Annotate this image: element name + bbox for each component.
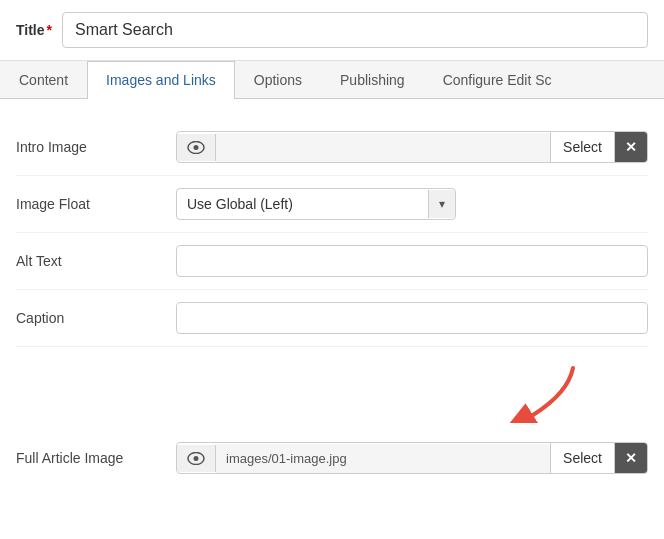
intro-image-field: Select ✕ xyxy=(176,131,648,163)
image-float-row: Image Float Use Global (Left) None Left … xyxy=(16,176,648,233)
alt-text-input[interactable] xyxy=(176,245,648,277)
arrow-section xyxy=(16,347,648,430)
image-float-select-wrapper: Use Global (Left) None Left Right Center… xyxy=(176,188,456,220)
svg-point-1 xyxy=(194,145,199,150)
alt-text-row: Alt Text xyxy=(16,233,648,290)
image-float-select[interactable]: Use Global (Left) None Left Right Center xyxy=(177,189,428,219)
title-field-label: Title* xyxy=(16,22,52,38)
caption-label: Caption xyxy=(16,310,176,326)
tab-configure[interactable]: Configure Edit Sc xyxy=(424,61,571,98)
form-body: Intro Image Select ✕ Image Float Use Glo xyxy=(0,99,664,506)
caption-input[interactable] xyxy=(176,302,648,334)
image-float-label: Image Float xyxy=(16,196,176,212)
caption-control xyxy=(176,302,648,334)
svg-point-4 xyxy=(194,456,199,461)
full-article-image-field: Select ✕ xyxy=(176,442,648,474)
full-article-image-row: Full Article Image Select ✕ xyxy=(16,430,648,486)
intro-image-path-input[interactable] xyxy=(216,133,550,162)
intro-image-clear-button[interactable]: ✕ xyxy=(614,132,647,162)
full-article-image-control: Select ✕ xyxy=(176,442,648,474)
alt-text-label: Alt Text xyxy=(16,253,176,269)
full-article-image-select-button[interactable]: Select xyxy=(550,443,614,473)
caption-row: Caption xyxy=(16,290,648,347)
full-article-image-preview-button[interactable] xyxy=(177,445,216,472)
intro-image-row: Intro Image Select ✕ xyxy=(16,119,648,176)
tab-options[interactable]: Options xyxy=(235,61,321,98)
required-marker: * xyxy=(47,22,52,38)
tab-publishing[interactable]: Publishing xyxy=(321,61,424,98)
full-article-image-clear-button[interactable]: ✕ xyxy=(614,443,647,473)
alt-text-control xyxy=(176,245,648,277)
tabs-bar: Content Images and Links Options Publish… xyxy=(0,61,664,99)
title-input[interactable] xyxy=(62,12,648,48)
image-float-control: Use Global (Left) None Left Right Center… xyxy=(176,188,648,220)
intro-image-select-button[interactable]: Select xyxy=(550,132,614,162)
chevron-down-icon: ▾ xyxy=(428,190,455,218)
full-article-image-label: Full Article Image xyxy=(16,450,176,466)
full-article-image-path-input[interactable] xyxy=(216,444,550,473)
arrow-indicator xyxy=(498,363,588,426)
tab-images-and-links[interactable]: Images and Links xyxy=(87,61,235,99)
title-bar: Title* xyxy=(0,0,664,61)
intro-image-label: Intro Image xyxy=(16,139,176,155)
intro-image-control: Select ✕ xyxy=(176,131,648,163)
intro-image-preview-button[interactable] xyxy=(177,134,216,161)
tab-content[interactable]: Content xyxy=(0,61,87,98)
